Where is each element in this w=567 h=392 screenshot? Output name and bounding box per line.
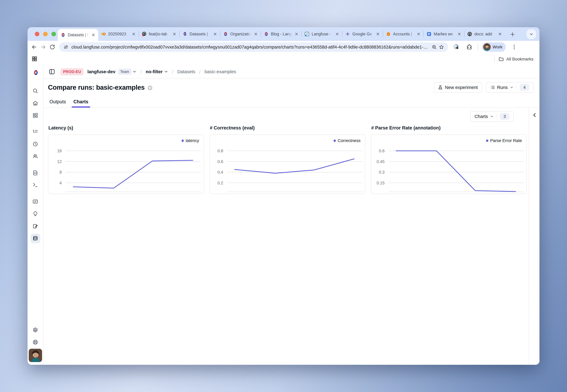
right-panel bbox=[529, 108, 539, 365]
browser-tab-2[interactable]: 20250923 bbox=[98, 27, 139, 41]
info-icon[interactable] bbox=[148, 85, 153, 90]
bookmark-star-icon[interactable] bbox=[438, 43, 445, 51]
sidebar-toggle-icon[interactable] bbox=[49, 68, 55, 75]
chart-card: latency161284 bbox=[48, 134, 204, 194]
breadcrumb: PROD-EU langfuse-dev Team / no-filter / … bbox=[43, 65, 539, 79]
tab-search-button[interactable] bbox=[526, 29, 536, 39]
browser-tab-3[interactable]: feat(io-tab bbox=[139, 27, 179, 41]
sidebar-item-users[interactable] bbox=[30, 151, 40, 161]
sidebar-item-prompts[interactable] bbox=[30, 168, 40, 178]
tab-close-icon[interactable] bbox=[91, 33, 96, 37]
browser-tab-1[interactable]: Datasets | l bbox=[58, 29, 98, 41]
tab-close-icon[interactable] bbox=[254, 32, 258, 36]
tab-strip: Datasets | l20250923feat(io-tabDatasets … bbox=[28, 27, 539, 41]
chevron-down-icon bbox=[164, 70, 168, 74]
sidebar-item-evaluation[interactable] bbox=[30, 196, 40, 206]
breadcrumb-dataset-link[interactable]: basic-examples bbox=[205, 69, 236, 74]
chevron-down-icon bbox=[490, 115, 494, 118]
maximize-window-button[interactable] bbox=[51, 32, 56, 36]
sidebar-item-tracing[interactable] bbox=[30, 127, 40, 136]
sidebar-item-home[interactable] bbox=[30, 98, 40, 108]
site-settings-icon[interactable] bbox=[62, 43, 70, 51]
chart-3: # Parse Error Rate (annotation)Parse Err… bbox=[371, 125, 527, 194]
tab-close-icon[interactable] bbox=[132, 32, 136, 36]
chart-title: # Parse Error Rate (annotation) bbox=[371, 125, 527, 131]
url-text[interactable]: cloud.langfuse.com/project/cmfwgv8fx002o… bbox=[71, 45, 431, 50]
sidebar-item-sessions[interactable] bbox=[30, 139, 40, 149]
new-experiment-button[interactable]: New experiment bbox=[434, 82, 482, 93]
breadcrumb-datasets-link[interactable]: Datasets bbox=[177, 69, 195, 74]
all-bookmarks-button[interactable]: All Bookmarks bbox=[498, 56, 533, 62]
tab-close-icon[interactable] bbox=[172, 32, 177, 36]
browser-tab-10[interactable]: Marlies we bbox=[424, 27, 464, 41]
collapse-panel-button[interactable] bbox=[531, 112, 538, 118]
svg-text:6: 6 bbox=[306, 33, 308, 35]
charts-count-badge: 3 bbox=[500, 113, 509, 120]
page-header: Compare runs: basic-examples New experim… bbox=[43, 79, 539, 96]
evaluation-icon bbox=[32, 199, 38, 204]
tab-outputs[interactable]: Outputs bbox=[49, 96, 66, 108]
back-button[interactable] bbox=[30, 42, 39, 52]
url-bar[interactable]: cloud.langfuse.com/project/cmfwgv8fx002o… bbox=[59, 42, 448, 52]
tab-close-icon[interactable] bbox=[498, 32, 502, 36]
breadcrumb-separator: / bbox=[172, 69, 173, 75]
sidebar-item-search[interactable] bbox=[30, 86, 40, 96]
tab-close-icon[interactable] bbox=[416, 32, 421, 36]
org-plan-selector[interactable]: Team bbox=[118, 69, 136, 75]
insights-icon bbox=[32, 211, 38, 217]
org-name[interactable]: langfuse-dev bbox=[87, 69, 115, 74]
close-window-button[interactable] bbox=[35, 32, 39, 36]
playground-icon bbox=[32, 182, 38, 188]
project-selector[interactable]: no-filter bbox=[146, 69, 168, 74]
browser-tab-7[interactable]: 6Langfuse - bbox=[302, 27, 342, 41]
annotation-queues-icon bbox=[32, 223, 38, 229]
new-tab-button[interactable] bbox=[509, 30, 516, 38]
chevron-down-icon bbox=[510, 86, 513, 89]
browser-tab-6[interactable]: Blog - Lang bbox=[261, 27, 301, 41]
org-plan-badge: Team bbox=[118, 69, 131, 75]
langfuse-favicon bbox=[264, 31, 269, 37]
browser-tab-11[interactable]: docs: add bbox=[464, 27, 505, 41]
langfuse-logo[interactable] bbox=[32, 69, 39, 75]
sidebar-item-playground[interactable] bbox=[30, 180, 40, 190]
extensions-icon[interactable] bbox=[465, 42, 474, 52]
sidebar-item-annotation-queues[interactable] bbox=[30, 221, 40, 231]
line-chart-plot bbox=[371, 135, 526, 194]
notion-favicon bbox=[426, 31, 432, 37]
browser-toolbar: cloud.langfuse.com/project/cmfwgv8fx002o… bbox=[28, 41, 539, 53]
password-manager-icon[interactable] bbox=[452, 42, 461, 52]
sidebar-item-settings[interactable] bbox=[30, 325, 40, 335]
browser-tab-4[interactable]: Datasets | bbox=[180, 27, 220, 41]
tab-title: Datasets | l bbox=[68, 33, 89, 37]
tab-close-icon[interactable] bbox=[213, 32, 217, 36]
runs-selector-button[interactable]: Runs 4 bbox=[486, 82, 533, 93]
tab-close-icon[interactable] bbox=[294, 32, 299, 36]
browser-tab-8[interactable]: Google Ge bbox=[342, 27, 383, 41]
settings-icon bbox=[32, 327, 38, 333]
tab-close-icon[interactable] bbox=[457, 32, 461, 36]
sidebar-item-dashboards[interactable] bbox=[30, 111, 40, 120]
minimize-window-button[interactable] bbox=[43, 32, 48, 36]
reload-button[interactable] bbox=[48, 42, 57, 52]
sidebar-item-datasets[interactable] bbox=[30, 234, 40, 243]
charts-filter-button[interactable]: Charts 3 bbox=[470, 111, 514, 122]
browser-tab-5[interactable]: Organizatio bbox=[220, 27, 261, 41]
browser-menu-icon[interactable] bbox=[510, 42, 519, 52]
tab-close-icon[interactable] bbox=[376, 32, 380, 36]
tab-charts[interactable]: Charts bbox=[73, 96, 88, 108]
apps-grid-icon[interactable] bbox=[31, 56, 38, 62]
tab-close-icon[interactable] bbox=[335, 32, 339, 36]
tab-title: 20250923 bbox=[108, 32, 129, 36]
user-avatar[interactable] bbox=[29, 349, 42, 362]
browser-tab-9[interactable]: Accounts | bbox=[383, 27, 424, 41]
aws-favicon bbox=[386, 31, 391, 37]
users-icon bbox=[32, 153, 38, 159]
sidebar-item-insights[interactable] bbox=[30, 209, 40, 219]
sidebar-item-support[interactable] bbox=[30, 337, 40, 347]
support-icon bbox=[32, 339, 38, 345]
chevron-down-icon bbox=[132, 70, 136, 74]
profile-chip[interactable]: Work bbox=[482, 42, 506, 52]
tab-title: Accounts | bbox=[393, 32, 414, 36]
forward-button[interactable] bbox=[39, 42, 48, 52]
zoom-icon[interactable] bbox=[431, 43, 438, 51]
